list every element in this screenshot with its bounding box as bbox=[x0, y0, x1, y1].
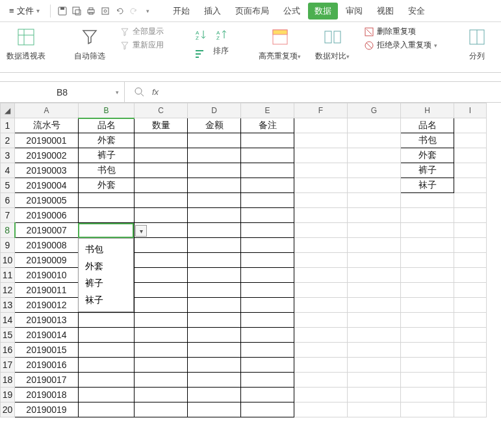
cell[interactable] bbox=[188, 148, 241, 163]
cell[interactable] bbox=[188, 328, 241, 343]
menu-pagelayout[interactable]: 页面布局 bbox=[229, 3, 276, 20]
cell[interactable] bbox=[241, 313, 294, 328]
cell[interactable]: 20190004 bbox=[15, 178, 79, 193]
data-compare-button[interactable]: 数据对比▾ bbox=[315, 26, 350, 62]
col-header-H[interactable]: H bbox=[401, 103, 454, 118]
cell[interactable] bbox=[348, 358, 401, 373]
cell[interactable] bbox=[454, 328, 487, 343]
cell[interactable] bbox=[454, 343, 487, 358]
cell[interactable] bbox=[348, 193, 401, 208]
row-header[interactable]: 14 bbox=[1, 313, 15, 328]
cell[interactable] bbox=[454, 298, 487, 313]
menu-security[interactable]: 安全 bbox=[402, 3, 431, 20]
cell[interactable] bbox=[294, 208, 348, 223]
col-header-A[interactable]: A bbox=[15, 103, 79, 118]
cell[interactable] bbox=[188, 208, 241, 223]
cell[interactable]: 20190017 bbox=[15, 373, 79, 388]
cell[interactable] bbox=[135, 313, 188, 328]
cell[interactable]: 金额 bbox=[188, 118, 241, 133]
cell[interactable] bbox=[188, 253, 241, 268]
cell[interactable] bbox=[401, 328, 454, 343]
cell[interactable] bbox=[241, 193, 294, 208]
cell[interactable] bbox=[401, 358, 454, 373]
cell[interactable] bbox=[294, 193, 348, 208]
cell[interactable] bbox=[401, 238, 454, 253]
cell[interactable] bbox=[135, 178, 188, 193]
cell[interactable] bbox=[401, 268, 454, 283]
cell[interactable] bbox=[454, 238, 487, 253]
cell[interactable] bbox=[79, 373, 135, 388]
row-header[interactable]: 16 bbox=[1, 343, 15, 358]
col-header-F[interactable]: F bbox=[294, 103, 348, 118]
cell[interactable]: 裤子 bbox=[79, 148, 135, 163]
cell[interactable] bbox=[401, 343, 454, 358]
row-header[interactable]: 17 bbox=[1, 358, 15, 373]
cell[interactable] bbox=[79, 208, 135, 223]
cell[interactable] bbox=[135, 358, 188, 373]
print-preview-icon[interactable] bbox=[99, 5, 112, 18]
row-header[interactable]: 6 bbox=[1, 193, 15, 208]
menu-data[interactable]: 数据 bbox=[308, 3, 338, 20]
cell[interactable] bbox=[401, 283, 454, 298]
name-box[interactable]: B8 ▾ bbox=[0, 82, 125, 102]
cell[interactable] bbox=[401, 253, 454, 268]
cell[interactable] bbox=[188, 178, 241, 193]
cell[interactable]: 20190010 bbox=[15, 268, 79, 283]
cell[interactable] bbox=[135, 193, 188, 208]
cell[interactable] bbox=[348, 313, 401, 328]
cell[interactable] bbox=[188, 313, 241, 328]
dropdown-option[interactable]: 裤子 bbox=[79, 275, 133, 292]
cell[interactable] bbox=[294, 373, 348, 388]
cell[interactable] bbox=[294, 328, 348, 343]
cell[interactable] bbox=[241, 178, 294, 193]
cell[interactable]: 数量 bbox=[135, 118, 188, 133]
cell[interactable] bbox=[348, 343, 401, 358]
split-button[interactable]: 分列 bbox=[466, 26, 488, 62]
cell[interactable]: 20190016 bbox=[15, 358, 79, 373]
cell[interactable] bbox=[241, 238, 294, 253]
cell[interactable] bbox=[454, 388, 487, 402]
cell[interactable] bbox=[294, 238, 348, 253]
cell[interactable] bbox=[348, 238, 401, 253]
cell[interactable] bbox=[401, 402, 454, 417]
cell[interactable]: 外套 bbox=[79, 178, 135, 193]
cell[interactable] bbox=[241, 223, 294, 238]
cell[interactable] bbox=[135, 373, 188, 388]
cell[interactable] bbox=[348, 133, 401, 148]
col-header-I[interactable]: I bbox=[454, 103, 487, 118]
cell[interactable] bbox=[79, 343, 135, 358]
dropdown-option[interactable]: 书包 bbox=[79, 241, 133, 258]
cell[interactable] bbox=[79, 328, 135, 343]
cell[interactable] bbox=[348, 208, 401, 223]
cell[interactable] bbox=[454, 223, 487, 238]
cell[interactable] bbox=[348, 388, 401, 402]
cell[interactable] bbox=[454, 283, 487, 298]
cell[interactable] bbox=[294, 283, 348, 298]
reapply-button[interactable]: 重新应用 bbox=[120, 40, 164, 51]
cell[interactable] bbox=[294, 253, 348, 268]
cell[interactable] bbox=[454, 208, 487, 223]
row-header[interactable]: 3 bbox=[1, 148, 15, 163]
cell[interactable] bbox=[135, 163, 188, 178]
zoom-icon[interactable] bbox=[134, 86, 146, 98]
cell[interactable] bbox=[294, 163, 348, 178]
cell[interactable] bbox=[348, 118, 401, 133]
row-header[interactable]: 19 bbox=[1, 388, 15, 402]
save-as-icon[interactable] bbox=[70, 5, 83, 18]
cell[interactable] bbox=[454, 148, 487, 163]
cell[interactable] bbox=[135, 238, 188, 253]
cell[interactable] bbox=[401, 388, 454, 402]
menu-insert[interactable]: 插入 bbox=[198, 3, 227, 20]
cell[interactable] bbox=[348, 163, 401, 178]
menu-start[interactable]: 开始 bbox=[166, 3, 196, 20]
sort-custom-icon[interactable] bbox=[192, 46, 209, 62]
cell[interactable] bbox=[294, 118, 348, 133]
cell[interactable] bbox=[188, 268, 241, 283]
cell[interactable] bbox=[241, 328, 294, 343]
file-menu[interactable]: ≡ 文件 ▾ bbox=[4, 3, 45, 20]
autofilter-button[interactable]: 自动筛选 bbox=[74, 26, 105, 62]
cell[interactable] bbox=[135, 343, 188, 358]
cell[interactable] bbox=[294, 298, 348, 313]
cell[interactable] bbox=[188, 238, 241, 253]
cell[interactable] bbox=[79, 388, 135, 402]
